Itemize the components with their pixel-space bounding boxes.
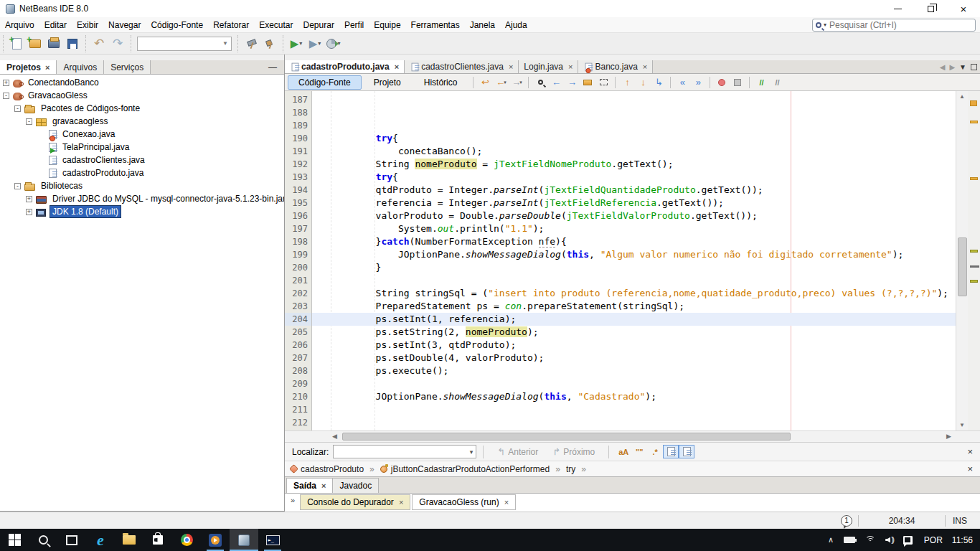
- expand-icon[interactable]: +: [26, 209, 32, 215]
- menu-ferramentas[interactable]: Ferramentas: [406, 19, 465, 32]
- uncomment-button[interactable]: //: [769, 75, 785, 90]
- tab-close-icon[interactable]: ×: [643, 62, 647, 71]
- view-codigo-fonte-button[interactable]: Código-Fonte: [288, 75, 362, 90]
- code-editor[interactable]: 1871881891901911921931941951961971981992…: [285, 91, 980, 430]
- start-button[interactable]: [0, 529, 29, 551]
- match-case-toggle[interactable]: aA: [616, 445, 631, 458]
- taskbar-search-button[interactable]: [29, 529, 57, 551]
- vertical-scrollbar-thumb[interactable]: [958, 237, 967, 296]
- close-find-bar-icon[interactable]: ×: [967, 446, 980, 457]
- collapse-icon[interactable]: -: [26, 118, 32, 125]
- comment-button[interactable]: //: [753, 75, 769, 90]
- wrap-search-toggle[interactable]: [679, 445, 694, 458]
- debug-caret-icon[interactable]: ▾: [318, 40, 321, 47]
- find-input-combobox[interactable]: ▾: [333, 445, 476, 458]
- toggle-highlight-button[interactable]: [580, 75, 595, 90]
- run-caret-icon[interactable]: ▾: [299, 40, 302, 47]
- tab-close-icon[interactable]: ×: [321, 481, 326, 490]
- view-historico-button[interactable]: Histórico: [413, 75, 468, 90]
- quick-search-input[interactable]: [829, 20, 972, 30]
- error-stripe-mark[interactable]: [970, 100, 977, 106]
- action-center-icon[interactable]: [898, 529, 918, 551]
- tab-javadoc[interactable]: Javadoc: [332, 478, 379, 493]
- menu-exibir[interactable]: Exibir: [72, 19, 103, 32]
- view-projeto-button[interactable]: Projeto: [363, 75, 412, 90]
- project-config-combobox[interactable]: ▼: [137, 37, 232, 51]
- breadcrumb-class[interactable]: cadastroProduto: [291, 464, 364, 474]
- last-edit-button[interactable]: ↩: [477, 75, 493, 90]
- battery-icon[interactable]: [839, 529, 860, 551]
- stop-macro-button[interactable]: [730, 75, 745, 90]
- tab-arquivos[interactable]: Arquivos: [57, 60, 104, 74]
- tab-servicos[interactable]: Serviços: [104, 60, 151, 74]
- new-file-button[interactable]: +: [7, 35, 26, 52]
- internet-explorer-button[interactable]: e: [86, 529, 115, 551]
- tab-saida[interactable]: Saída×: [286, 478, 333, 493]
- restore-button[interactable]: [914, 0, 947, 17]
- menu-c-digo-fonte[interactable]: Código-Fonte: [146, 19, 208, 32]
- menu-janela[interactable]: Janela: [465, 19, 500, 32]
- media-player-button[interactable]: [201, 529, 230, 551]
- tab-close-icon[interactable]: ×: [45, 63, 50, 72]
- scroll-right-icon[interactable]: ▶: [946, 433, 951, 440]
- project-tree[interactable]: +ConectandoBanco-GravacaoGless-Pacotes d…: [0, 75, 284, 512]
- shift-left-button[interactable]: «: [674, 75, 690, 90]
- shift-right-button[interactable]: »: [690, 75, 706, 90]
- toggle-bookmark-button[interactable]: ↳: [651, 75, 666, 90]
- rectangular-selection-button[interactable]: [595, 75, 611, 90]
- tab-close-icon[interactable]: ×: [568, 62, 573, 71]
- redo-button[interactable]: ↷: [108, 35, 127, 52]
- expand-icon[interactable]: +: [3, 80, 9, 86]
- tree-item-conectandobanco[interactable]: +ConectandoBanco: [0, 76, 284, 89]
- language-indicator[interactable]: POR: [918, 535, 949, 545]
- clean-build-button[interactable]: [260, 35, 279, 52]
- netbeans-taskbar-button[interactable]: [230, 529, 258, 551]
- previous-bookmark-button[interactable]: ↑: [619, 75, 635, 90]
- tab-close-icon[interactable]: ×: [509, 62, 513, 71]
- close-breadcrumb-icon[interactable]: ×: [967, 463, 980, 474]
- menu-perfil[interactable]: Perfil: [339, 19, 369, 32]
- tree-item-gravacaogless[interactable]: -gravacaogless: [0, 115, 284, 128]
- back-button[interactable]: ←▾: [493, 75, 509, 90]
- code-pane[interactable]: try{ conectaBanco(); String nomeProduto …: [312, 91, 956, 430]
- tree-item-jdk-1-8-default-[interactable]: +JDK 1.8 (Default): [0, 205, 284, 218]
- tree-item-cadastroclientes-java[interactable]: cadastroClientes.java: [0, 154, 284, 166]
- scroll-up-icon[interactable]: ▲: [956, 93, 968, 100]
- menu-depurar[interactable]: Depurar: [298, 19, 339, 32]
- notification-icon[interactable]: 1: [841, 515, 852, 527]
- scroll-left-icon[interactable]: ◀: [332, 433, 337, 440]
- windows-store-button[interactable]: [143, 529, 172, 551]
- highlight-results-toggle[interactable]: [663, 445, 679, 458]
- scroll-down-icon[interactable]: ▼: [956, 422, 968, 428]
- vertical-scrollbar[interactable]: ▲ ▼: [956, 91, 968, 430]
- clock[interactable]: 11:56: [949, 535, 980, 545]
- tab-projetos[interactable]: Projetos×: [0, 60, 57, 74]
- horizontal-scrollbar-thumb[interactable]: [342, 433, 791, 441]
- collapse-icon[interactable]: -: [14, 183, 21, 189]
- horizontal-scrollbar[interactable]: ◀ ▶: [285, 430, 980, 442]
- doc-tab-cadastroproduto[interactable]: cadastroProduto.java×: [285, 60, 405, 73]
- undo-button[interactable]: ↶: [90, 35, 108, 52]
- open-project-button[interactable]: [44, 35, 63, 52]
- doc-tab-banco[interactable]: Banco.java×: [578, 60, 653, 73]
- terminal-button[interactable]: ►_: [258, 529, 287, 551]
- tab-overflow-icon[interactable]: »: [285, 494, 300, 504]
- chrome-button[interactable]: [172, 529, 201, 551]
- collapse-icon[interactable]: -: [14, 105, 21, 112]
- tab-gravacaogless-run[interactable]: GravacaoGless (run)×: [412, 494, 516, 510]
- tab-list-dropdown-icon[interactable]: ▼: [959, 63, 966, 71]
- close-button[interactable]: ×: [947, 0, 980, 17]
- wifi-icon[interactable]: [860, 529, 880, 551]
- panel-minimize-button[interactable]: —: [261, 60, 284, 74]
- find-previous-button[interactable]: ←: [548, 75, 564, 90]
- menu-equipe[interactable]: Equipe: [369, 19, 405, 32]
- quick-search-box[interactable]: ▾: [812, 19, 976, 32]
- error-stripe[interactable]: [968, 91, 980, 430]
- tree-item-pacotes-de-c-digos-fonte[interactable]: -Pacotes de Códigos-fonte: [0, 102, 284, 115]
- new-project-button[interactable]: +: [26, 35, 44, 52]
- volume-icon[interactable]: )): [880, 529, 898, 551]
- build-project-button[interactable]: [242, 35, 260, 52]
- doc-tab-cadastroclientes[interactable]: cadastroClientes.java×: [405, 60, 519, 73]
- save-all-button[interactable]: [63, 35, 82, 52]
- maximize-editor-icon[interactable]: [971, 64, 977, 70]
